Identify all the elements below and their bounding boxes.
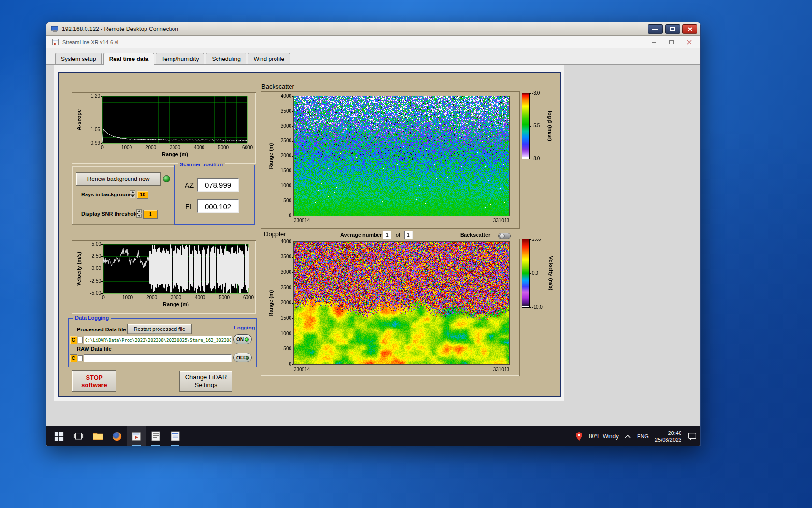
app-titlebar[interactable]: StreamLine XR v14-6.vi — [46, 36, 700, 48]
task-view-icon — [73, 431, 84, 441]
language-indicator[interactable]: ENG — [637, 433, 649, 439]
change-lidar-settings-button[interactable]: Change LiDAR Settings — [179, 371, 232, 392]
main-panel: Renew background now Rays in background … — [58, 72, 561, 397]
minimize-icon — [652, 29, 658, 30]
app-window-controls — [652, 36, 692, 48]
rdp-titlebar[interactable]: 192.168.0.122 - Remote Desktop Connectio… — [46, 22, 700, 36]
average-total-field[interactable]: 1 — [404, 231, 413, 239]
chevron-up-icon[interactable] — [625, 434, 631, 438]
on-led-icon — [245, 337, 249, 342]
app-restore-button[interactable] — [669, 40, 674, 44]
tab-system-setup[interactable]: System setup — [55, 53, 102, 64]
raw-path-drive-indicator[interactable]: C — [70, 354, 77, 362]
firefox-button[interactable] — [107, 426, 127, 446]
rdp-window-controls — [648, 24, 697, 34]
start-button[interactable] — [49, 426, 69, 446]
front-panel: Renew background now Rays in background … — [46, 65, 700, 426]
document-icon — [171, 431, 180, 441]
az-label: AZ — [185, 181, 194, 189]
restore-icon — [669, 40, 674, 44]
increment-icon[interactable] — [136, 209, 142, 213]
action-center-icon[interactable] — [688, 432, 696, 441]
change-settings-line1: Change LiDAR — [185, 374, 227, 381]
on-label: ON — [236, 337, 244, 342]
labview-vi-icon — [52, 39, 59, 45]
rdp-minimize-button[interactable] — [648, 24, 663, 34]
doppler-heatmap-canvas — [261, 239, 558, 381]
decrement-icon[interactable] — [136, 214, 142, 218]
taskbar-tray: 80°F Windy ENG 20:40 25/08/2023 — [576, 426, 696, 446]
remote-desktop-icon — [51, 26, 58, 32]
labview-app-icon — [131, 432, 141, 441]
scanner-position-title: Scanner position — [178, 162, 225, 167]
rdp-window-title: 192.168.0.122 - Remote Desktop Connectio… — [62, 26, 178, 32]
change-settings-line2: Settings — [195, 381, 218, 389]
doppler-title: Doppler — [264, 230, 286, 238]
data-logging-frame: Data Logging Processed Data file Restart… — [68, 318, 257, 367]
rays-spinner[interactable] — [130, 190, 135, 198]
document-app-button[interactable] — [165, 426, 185, 446]
running-indicator — [151, 445, 160, 446]
rays-value-field[interactable]: 10 — [137, 191, 148, 199]
renew-status-led-icon — [163, 175, 170, 182]
backscatter-toggle-label: Backscatter — [460, 232, 490, 238]
data-logging-title: Data Logging — [73, 315, 111, 321]
tab-bar: System setup Real time data Temp/humidit… — [46, 48, 700, 65]
desktop-background: 192.168.0.122 - Remote Desktop Connectio… — [0, 0, 812, 508]
decrement-icon[interactable] — [130, 194, 135, 198]
task-view-button[interactable] — [69, 426, 88, 446]
stop-software-button[interactable]: STOP software — [72, 370, 116, 392]
average-number-label: Average number — [340, 232, 382, 238]
logging-label: Logging — [232, 325, 257, 330]
snr-spinner[interactable] — [136, 209, 142, 218]
snr-value-field[interactable]: 1 — [143, 210, 158, 219]
tab-wind-profile[interactable]: Wind profile — [248, 53, 290, 64]
processed-logging-on-toggle[interactable]: ON — [233, 334, 252, 344]
stop-label-line1: STOP — [86, 374, 102, 381]
tab-real-time-data[interactable]: Real time data — [103, 53, 154, 65]
clock-date: 25/08/2023 — [655, 436, 682, 443]
el-value: 000.102 — [197, 199, 239, 213]
tab-temp-humidity[interactable]: Temp/humidity — [156, 53, 204, 64]
close-icon — [687, 40, 692, 45]
el-label: EL — [185, 202, 194, 210]
maximize-icon — [670, 27, 675, 31]
app-minimize-button[interactable] — [652, 42, 656, 43]
clock-time: 20:40 — [655, 430, 682, 436]
renew-background-label: Renew background now — [87, 176, 150, 182]
scan-scheduler-button[interactable] — [146, 426, 165, 446]
weather-status[interactable]: 80°F Windy — [589, 433, 619, 440]
remote-desktop-screen: StreamLine XR v14-6.vi System setup Real… — [46, 36, 700, 446]
restart-processed-file-button[interactable]: Restart processed file — [127, 324, 192, 334]
toggle-knob — [499, 234, 505, 238]
scanner-position-frame: Scanner position AZ 078.999 EL 000.102 — [174, 165, 255, 225]
processed-path-field[interactable]: C:\LiDAR\Data\Proc\2023\202308\20230825\… — [84, 336, 232, 344]
raw-logging-off-toggle[interactable]: OFF — [233, 353, 252, 362]
processed-path-drive-indicator[interactable]: C — [70, 336, 77, 344]
firefox-icon — [112, 431, 122, 442]
processed-data-file-label: Processed Data file — [77, 327, 126, 332]
streamline-app-button[interactable] — [127, 426, 146, 446]
taskbar-clock[interactable]: 20:40 25/08/2023 — [655, 430, 682, 443]
running-indicator — [132, 445, 141, 446]
off-label: OFF — [236, 355, 246, 360]
raw-path-field[interactable] — [84, 354, 232, 362]
app-window-title: StreamLine XR v14-6.vi — [62, 39, 118, 45]
tab-scheduling[interactable]: Scheduling — [206, 53, 246, 64]
running-indicator — [171, 445, 179, 446]
background-controls-frame: Renew background now Rays in background … — [72, 166, 174, 225]
backscatter-title: Backscatter — [261, 83, 294, 90]
taskbar: 80°F Windy ENG 20:40 25/08/2023 — [46, 426, 700, 446]
of-label: of — [396, 232, 400, 238]
app-close-button[interactable] — [687, 38, 692, 46]
weather-alert-pin-icon[interactable] — [576, 432, 582, 441]
folder-icon — [92, 432, 103, 441]
average-number-field[interactable]: 1 — [383, 231, 392, 239]
file-explorer-button[interactable] — [88, 426, 107, 446]
scan-schedule-icon — [151, 431, 160, 441]
snr-threshold-label: Display SNR threshold — [81, 211, 139, 217]
rdp-maximize-button[interactable] — [665, 24, 680, 34]
renew-background-button[interactable]: Renew background now — [76, 172, 161, 186]
rdp-close-button[interactable] — [682, 24, 697, 34]
increment-icon[interactable] — [130, 190, 135, 194]
